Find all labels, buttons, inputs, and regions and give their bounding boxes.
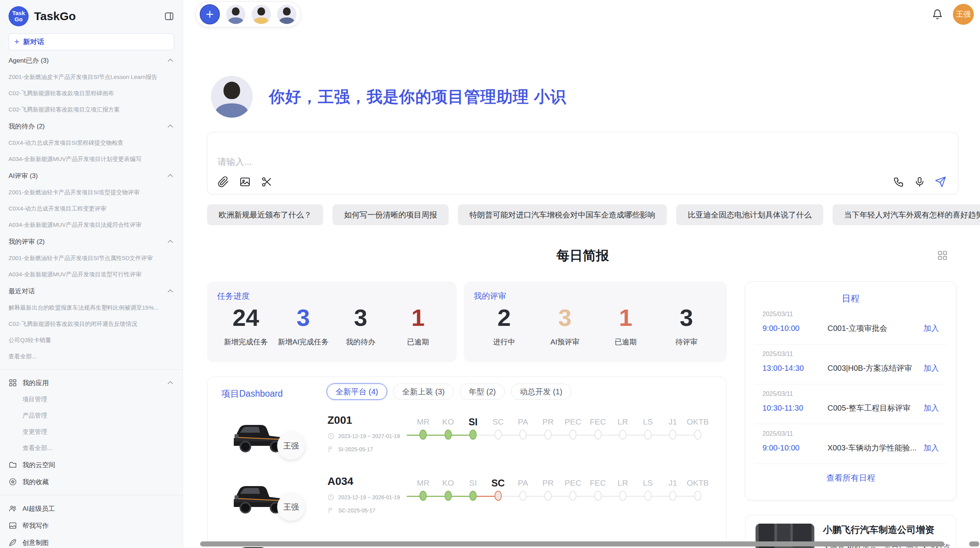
sidebar-list-item[interactable]: C0X4-动力总成开发项目SI里程碑提交物检查 <box>0 135 183 151</box>
suggestion-chip[interactable]: 特朗普可能对进口汽车增税会对中国车企造成哪些影响 <box>458 204 667 225</box>
send-icon[interactable] <box>935 176 946 188</box>
sidebar-list-item[interactable]: C0X4-动力总成开发项目工程变更评审 <box>0 200 183 217</box>
vertical-scrollbar-thumb[interactable] <box>969 541 979 546</box>
view-all-link[interactable]: 查看全部... <box>0 348 183 365</box>
schedule-time: 9:00-10:00 <box>762 324 828 333</box>
sidebar-list-item[interactable]: C02-飞腾新能源轻客改款项目立项汇报方案 <box>0 101 183 118</box>
dashboard-tab[interactable]: 动总开发 (1) <box>511 384 571 400</box>
section-header[interactable]: AI评审 (3) <box>0 167 183 184</box>
sidebar-list-item[interactable]: A034-全新新能源MUV产品开发项目造型可行性评审 <box>0 266 183 283</box>
sidebar-tool-image[interactable]: 帮我写作 <box>0 517 183 534</box>
project-flag-text: SC-2025-05-17 <box>338 507 375 514</box>
collapse-panel-icon[interactable] <box>164 11 174 21</box>
join-link[interactable]: 加入 <box>923 443 939 453</box>
milestone-label: SI <box>461 476 486 490</box>
suggestion-chip[interactable]: 当下年轻人对汽车外观有怎样的喜好趋势 <box>833 204 980 225</box>
sidebar-list-item[interactable]: Z001-全新燃油轻卡产品开发项目SI节点属性5D文件评审 <box>0 250 183 266</box>
view-all-link[interactable]: 查看全部... <box>0 440 183 456</box>
sidebar-list-item[interactable]: 解释最新出台的欧盟报废车法规再生塑料比例被调至15%... <box>0 300 183 316</box>
join-link[interactable]: 加入 <box>923 323 939 334</box>
session-avatar-1[interactable] <box>226 5 245 24</box>
schedule-date: 2025/03/11 <box>762 390 939 397</box>
scissors-icon[interactable] <box>261 176 272 188</box>
sidebar-tool-feather[interactable]: 创意制图 <box>0 534 183 548</box>
sidebar-list-item[interactable]: C02-飞腾新能源轻客改款项目里程碑画布 <box>0 85 183 101</box>
schedule-time: 9:00-10:00 <box>762 444 828 452</box>
dashboard-tab[interactable]: 年型 (2) <box>460 384 505 400</box>
assistant-avatar <box>211 76 253 118</box>
sidebar-apps: 我的应用项目管理产品管理变更管理查看全部... <box>0 374 183 456</box>
sidebar-list-item[interactable]: A034-全新新能源MUV产品开发项目计划变更表编写 <box>0 151 183 167</box>
milestone-dotline <box>560 490 586 504</box>
project-dates-text: 2023-12-19 ~ 2027-01-19 <box>338 433 400 439</box>
dashboard-tab[interactable]: 全新平台 (4) <box>327 384 387 400</box>
app-item[interactable]: 项目管理 <box>0 391 183 408</box>
section-header[interactable]: 我的待办 (2) <box>0 118 183 135</box>
sidebar-tool-label: 帮我写作 <box>22 521 49 530</box>
milestone: PA <box>511 415 536 443</box>
stat-item: 1已逾期 <box>595 303 656 347</box>
milestone-dotline <box>636 490 661 504</box>
milestone-label: LR <box>610 415 636 429</box>
session-avatar-3[interactable] <box>277 5 296 24</box>
section-header[interactable]: 我的评审 (2) <box>0 233 183 250</box>
sidebar-item-star[interactable]: 我的收藏 <box>0 473 183 490</box>
sidebar-item-my-apps[interactable]: 我的应用 <box>0 374 183 391</box>
stat-value: 2 <box>474 303 535 332</box>
sidebar-item-folder[interactable]: 我的云空间 <box>0 456 183 473</box>
project-code[interactable]: A034 <box>327 475 400 488</box>
milestone: KO <box>436 476 461 504</box>
phone-call-icon[interactable] <box>893 176 905 188</box>
sidebar-list-item[interactable]: C02-飞腾新能源轻客改款项目的闭环通告反馈情况 <box>0 316 183 332</box>
milestone-dot <box>420 491 427 501</box>
suggestion-chip[interactable]: 欧洲新规最近颁布了什么？ <box>207 204 323 225</box>
schedule-items: 2025/03/119:00-10:00C001-立项审批会加入2025/03/… <box>745 305 956 464</box>
suggestion-chip[interactable]: 如何写一份清晰的项目周报 <box>332 204 449 225</box>
sidebar-list-item[interactable]: A034-全新新能源MUV产品开发项目法规符合性评审 <box>0 217 183 233</box>
suggestion-chip[interactable]: 比亚迪全固态电池计划具体说了什么 <box>676 204 823 225</box>
join-link[interactable]: 加入 <box>923 363 939 373</box>
project-code[interactable]: Z001 <box>327 414 400 426</box>
notification-bell-icon[interactable] <box>932 9 943 20</box>
milestone-dot <box>544 491 552 501</box>
milestone-dotline <box>660 429 685 443</box>
schedule-item: 2025/03/119:00-10:00X003-车辆动力学性能验...加入 <box>745 424 956 457</box>
section-header[interactable]: 最近对话 <box>0 283 183 300</box>
milestone-track: MRKOSISCPAPRPECFECLRLSJ1OKTB <box>411 476 710 504</box>
sidebar-list-item[interactable]: Z001-全新燃油轻卡产品开发项目SI造型提交物评审 <box>0 184 183 200</box>
sidebar-list-item[interactable]: Z001-全新燃油皮卡产品开发项目SI节点Lesson Learn报告 <box>0 69 183 85</box>
milestone-dot <box>669 491 677 501</box>
section-header[interactable]: Agent已办 (3) <box>0 52 183 69</box>
sidebar-tool-label: AI超级员工 <box>22 504 55 513</box>
microphone-icon[interactable] <box>914 176 925 188</box>
layout-grid-icon[interactable] <box>937 250 948 261</box>
attachment-icon[interactable] <box>218 176 229 188</box>
app-logo: Task Go <box>9 6 29 26</box>
dashboard-tabs: 全新平台 (4)全新上装 (3)年型 (2)动总开发 (1) <box>327 384 571 400</box>
chevron-up-icon <box>166 57 174 64</box>
chat-input[interactable] <box>217 156 760 168</box>
new-chat-button[interactable]: + 新对话 <box>9 33 174 50</box>
milestone-dotline <box>436 490 461 504</box>
view-all-schedule-link[interactable]: 查看所有日程 <box>745 473 956 483</box>
user-avatar[interactable]: 王强 <box>953 4 974 25</box>
session-avatar-2[interactable] <box>252 5 271 24</box>
sidebar-tool-people[interactable]: AI超级员工 <box>0 500 183 517</box>
stat-value: 3 <box>535 303 595 332</box>
image-upload-icon[interactable] <box>239 176 251 188</box>
schedule-item-main: 13:00-14:30C003|H0B-方案冻结评审加入 <box>762 363 939 373</box>
stat-item: 2进行中 <box>474 303 535 347</box>
milestone-label: PR <box>536 415 561 429</box>
schedule-item-main: 10:30-11:30C005-整车工程目标评审加入 <box>762 403 939 413</box>
milestone-lead-segment <box>407 435 420 436</box>
add-session-button[interactable] <box>200 4 220 24</box>
app-item[interactable]: 产品管理 <box>0 408 183 424</box>
dashboard-tab[interactable]: 全新上装 (3) <box>393 384 454 400</box>
join-link[interactable]: 加入 <box>923 403 939 413</box>
horizontal-scrollbar-thumb[interactable] <box>200 541 944 546</box>
sidebar-list-item[interactable]: 公司Q3轻卡销量 <box>0 332 183 348</box>
app-item[interactable]: 变更管理 <box>0 424 183 440</box>
milestone-dotline <box>536 490 561 504</box>
session-topbar <box>195 2 301 27</box>
milestone-dot <box>444 491 452 501</box>
